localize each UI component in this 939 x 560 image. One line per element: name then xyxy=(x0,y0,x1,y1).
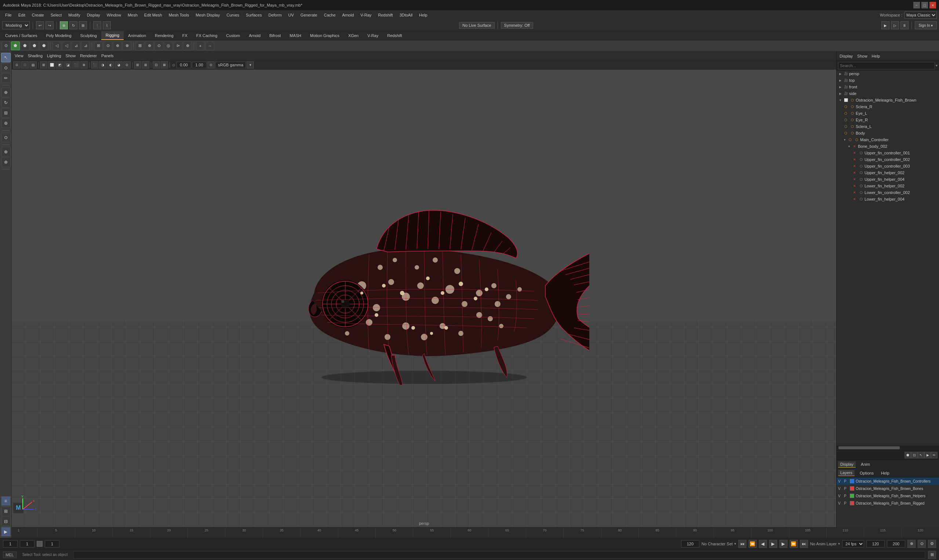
move-tool[interactable]: ⊕ xyxy=(1,88,11,97)
playback-end-btn[interactable]: ⏭ xyxy=(800,540,808,548)
tree-item-lower-fin-helper-004[interactable]: ✕ ⬡ Lower_fin_helper_004 xyxy=(837,196,939,202)
vp-icon5[interactable]: ⬜ xyxy=(48,61,56,69)
end-frame-input[interactable] xyxy=(681,540,699,548)
channel-edit-btn[interactable]: ✏ xyxy=(931,452,937,458)
tab-sculpting[interactable]: Sculpting xyxy=(76,31,101,40)
layer-item-rigged[interactable]: V P Ostracion_Meleagris_Fish_Brown_Rigge… xyxy=(837,500,939,507)
tab-mash[interactable]: MASH xyxy=(285,31,306,40)
shelf-icon-17[interactable]: ⊳ xyxy=(174,42,182,50)
pause-button[interactable]: ⏸ xyxy=(900,21,908,29)
tree-item-persp[interactable]: ▶ 🎥 persp xyxy=(837,71,939,77)
hide-tool[interactable]: ⊟ xyxy=(1,517,11,526)
outliner-search-input[interactable] xyxy=(838,62,935,69)
snap-curve-button[interactable]: ⌇ xyxy=(103,21,111,29)
shelf-icon-8[interactable]: ⊿ xyxy=(81,42,90,50)
menu-edit[interactable]: Edit xyxy=(15,12,28,18)
tree-item-side[interactable]: ▶ 🎥 side xyxy=(837,90,939,97)
tab-bifrost[interactable]: Bifrost xyxy=(265,31,285,40)
shelf-icon-18[interactable]: ⊕ xyxy=(183,42,192,50)
viewport-menu-renderer[interactable]: Renderer xyxy=(80,54,97,58)
menu-surfaces[interactable]: Surfaces xyxy=(243,12,265,18)
vp-icon3[interactable]: ▤ xyxy=(29,61,37,69)
viewport-menu-lighting[interactable]: Lighting xyxy=(47,54,61,58)
playback-play-btn[interactable]: ▶ xyxy=(769,540,777,548)
shelf-icon-2[interactable]: ⬟ xyxy=(20,42,29,50)
viewport-menu-view[interactable]: View xyxy=(15,54,23,58)
vp-grid-icon2[interactable]: ⊞ xyxy=(142,61,150,69)
shelf-icon-13[interactable]: ⊞ xyxy=(136,42,144,50)
tab-curves-surfaces[interactable]: Curves / Surfaces xyxy=(1,31,42,40)
tree-item-top[interactable]: ▶ 🎥 top xyxy=(837,77,939,84)
menu-mesh-display[interactable]: Mesh Display xyxy=(193,12,223,18)
viewport-menu-shading[interactable]: Shading xyxy=(28,54,43,58)
modeling-selector[interactable]: Modeling xyxy=(2,21,30,29)
menu-select[interactable]: Select xyxy=(48,12,65,18)
vp-camera3[interactable]: ⊠ xyxy=(161,61,168,69)
viewport-canvas[interactable]: M X Y Z persp xyxy=(12,70,836,527)
close-button[interactable]: ✕ xyxy=(930,2,936,8)
render-tool[interactable]: ▶ xyxy=(1,527,11,537)
vp-gamma-toggle[interactable]: ⊙ xyxy=(207,61,215,69)
ipr-button[interactable]: ▷ xyxy=(891,21,899,29)
vp-icon4[interactable]: ⊞ xyxy=(40,61,47,69)
layer-item-bones[interactable]: V P Ostracion_Meleagris_Fish_Brown_Bones xyxy=(837,485,939,492)
vp-shade5[interactable]: ⊙ xyxy=(123,61,131,69)
tab-arnold[interactable]: Arnold xyxy=(244,31,265,40)
layer-tool[interactable]: ≡ xyxy=(1,496,11,506)
symmetry-button[interactable]: Symmetry: Off xyxy=(501,22,533,29)
outliner-show-menu[interactable]: Show xyxy=(857,54,867,58)
paint-tool[interactable]: ✏ xyxy=(1,73,11,83)
vp-icon6[interactable]: ◩ xyxy=(56,61,63,69)
vp-gamma-dropdown[interactable]: ▾ xyxy=(247,61,254,69)
menu-modify[interactable]: Modify xyxy=(65,12,83,18)
vp-shade1[interactable]: ⬛ xyxy=(91,61,98,69)
outliner-hscrollbar[interactable] xyxy=(837,446,939,450)
grid-tool[interactable]: ⊞ xyxy=(1,506,11,516)
no-live-surface-button[interactable]: No Live Surface xyxy=(459,22,494,29)
menu-mesh[interactable]: Mesh xyxy=(125,12,140,18)
playback-end-input[interactable] xyxy=(887,540,905,548)
tab-fx-caching[interactable]: FX Caching xyxy=(192,31,222,40)
playback-next-key-btn[interactable]: ⏩ xyxy=(789,540,798,548)
menu-cache[interactable]: Cache xyxy=(321,12,339,18)
minimize-button[interactable]: − xyxy=(913,2,920,8)
menu-edit-mesh[interactable]: Edit Mesh xyxy=(141,12,165,18)
vp-icon7[interactable]: ◪ xyxy=(64,61,72,69)
menu-generate[interactable]: Generate xyxy=(298,12,320,18)
playback-prev-key-btn[interactable]: ⏪ xyxy=(749,540,757,548)
tree-item-sclera-r[interactable]: ⬡ ⬡ Sclera_R xyxy=(837,103,939,110)
shelf-icon-12[interactable]: ⊗ xyxy=(123,42,131,50)
vp-shade4[interactable]: ◕ xyxy=(115,61,123,69)
current-frame-input[interactable] xyxy=(3,540,18,548)
outliner-display-menu[interactable]: Display xyxy=(840,54,853,58)
cmd-icon-btn[interactable]: ⊞ xyxy=(928,551,936,559)
menu-curves[interactable]: Curves xyxy=(224,12,242,18)
select-tool[interactable]: ↖ xyxy=(1,53,11,62)
vp-exposure-value[interactable]: 0.00 xyxy=(176,62,191,68)
rotate-tool-button[interactable]: ↻ xyxy=(69,21,77,29)
tree-item-upper-fin-helper-004[interactable]: ✕ ⬡ Upper_fin_helper_004 xyxy=(837,176,939,183)
menu-redshift[interactable]: Redshift xyxy=(375,12,396,18)
redo-button[interactable]: ↪ xyxy=(46,21,54,29)
channel-filter-btn[interactable]: ▶ xyxy=(924,452,931,458)
layer-item-controllers[interactable]: V P Ostracion_Meleagris_Fish_Brown_Contr… xyxy=(837,477,939,485)
tab-motion-graphics[interactable]: Motion Graphics xyxy=(306,31,344,40)
command-line-input[interactable] xyxy=(73,551,925,558)
shelf-icon-16[interactable]: ◎ xyxy=(164,42,173,50)
shelf-icon-joint[interactable]: ⬟ xyxy=(11,42,20,50)
tab-custom[interactable]: Custom xyxy=(222,31,244,40)
tree-item-ostracion-main[interactable]: ▼ ⬜ ⬡ Ostracion_Meleagris_Fish_Brown xyxy=(837,97,939,103)
tab-animation[interactable]: Animation xyxy=(124,31,150,40)
menu-mesh-tools[interactable]: Mesh Tools xyxy=(166,12,192,18)
outliner-help-menu[interactable]: Help xyxy=(872,54,880,58)
soft-mod-tool[interactable]: ⊙ xyxy=(1,133,11,142)
menu-window[interactable]: Window xyxy=(104,12,124,18)
tab-xgen[interactable]: XGen xyxy=(344,31,363,40)
shelf-icon-6[interactable]: ◁ xyxy=(62,42,71,50)
channel-frame-btn[interactable]: ⊡ xyxy=(911,452,918,458)
playback-start-input[interactable] xyxy=(867,540,885,548)
rotate-tool[interactable]: ↻ xyxy=(1,98,11,108)
start-frame-input[interactable] xyxy=(20,540,34,548)
shelf-icon-15[interactable]: ⊙ xyxy=(154,42,163,50)
shelf-icon-1[interactable]: ⊙ xyxy=(2,42,10,50)
